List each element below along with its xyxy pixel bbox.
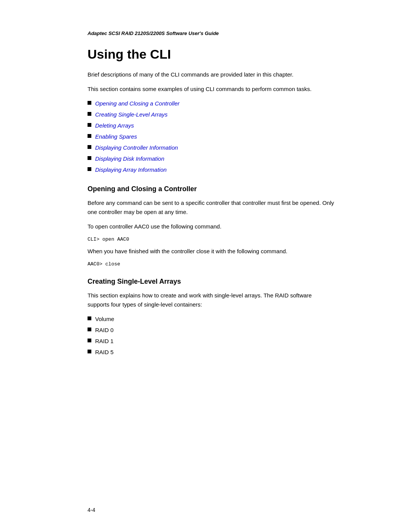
list-item-raid1: RAID 1 xyxy=(88,337,335,346)
section-heading-creating: Creating Single-Level Arrays xyxy=(88,278,335,286)
nav-link-array-info[interactable]: Displaying Array Information xyxy=(95,165,167,174)
nav-link-list: Opening and Closing a Controller Creatin… xyxy=(88,99,335,174)
bullet-icon xyxy=(88,145,91,149)
bullet-icon xyxy=(88,350,91,353)
nav-link-creating[interactable]: Creating Single-Level Arrays xyxy=(95,110,167,119)
opening-para-3: When you have finished with the controll… xyxy=(88,247,335,256)
list-item: Displaying Controller Information xyxy=(88,143,335,152)
bullet-label-raid5: RAID 5 xyxy=(95,348,113,357)
header-meta: Adaptec SCSI RAID 2120S/2200S Software U… xyxy=(88,30,335,36)
list-item-volume: Volume xyxy=(88,315,335,324)
creating-bullet-list: Volume RAID 0 RAID 1 RAID 5 xyxy=(88,315,335,357)
page: Adaptec SCSI RAID 2120S/2200S Software U… xyxy=(0,0,411,532)
nav-link-controller-info[interactable]: Displaying Controller Information xyxy=(95,143,178,152)
bullet-icon xyxy=(88,112,91,116)
list-item: Creating Single-Level Arrays xyxy=(88,110,335,119)
intro-paragraph-1: Brief descriptions of many of the CLI co… xyxy=(88,70,335,79)
bullet-label-raid1: RAID 1 xyxy=(95,337,113,346)
bullet-icon xyxy=(88,101,91,105)
bullet-icon xyxy=(88,316,91,320)
bullet-label-raid0: RAID 0 xyxy=(95,326,113,335)
list-item-raid5: RAID 5 xyxy=(88,348,335,357)
opening-code-2: AAC0> close xyxy=(88,261,335,267)
section-heading-opening: Opening and Closing a Controller xyxy=(88,185,335,193)
bullet-icon xyxy=(88,156,91,160)
nav-link-deleting[interactable]: Deleting Arrays xyxy=(95,121,134,130)
list-item: Displaying Disk Information xyxy=(88,154,335,163)
chapter-title: Using the CLI xyxy=(88,47,335,62)
bullet-label-volume: Volume xyxy=(95,315,114,324)
intro-paragraph-2: This section contains some examples of u… xyxy=(88,85,335,94)
bullet-icon xyxy=(88,328,91,331)
nav-link-disk-info[interactable]: Displaying Disk Information xyxy=(95,154,164,163)
opening-code-1: CLI> open AAC0 xyxy=(88,236,335,242)
bullet-icon xyxy=(88,123,91,127)
bullet-icon xyxy=(88,339,91,342)
list-item: Deleting Arrays xyxy=(88,121,335,130)
nav-link-enabling[interactable]: Enabling Spares xyxy=(95,132,137,141)
page-number: 4-4 xyxy=(88,507,95,513)
nav-link-opening[interactable]: Opening and Closing a Controller xyxy=(95,99,180,108)
list-item: Opening and Closing a Controller xyxy=(88,99,335,108)
bullet-icon xyxy=(88,134,91,138)
opening-para-1: Before any command can be sent to a spec… xyxy=(88,198,335,217)
opening-para-2: To open controller AAC0 use the followin… xyxy=(88,222,335,231)
list-item: Enabling Spares xyxy=(88,132,335,141)
creating-para-1: This section explains how to create and … xyxy=(88,291,335,309)
list-item: Displaying Array Information xyxy=(88,165,335,174)
bullet-icon xyxy=(88,167,91,171)
list-item-raid0: RAID 0 xyxy=(88,326,335,335)
